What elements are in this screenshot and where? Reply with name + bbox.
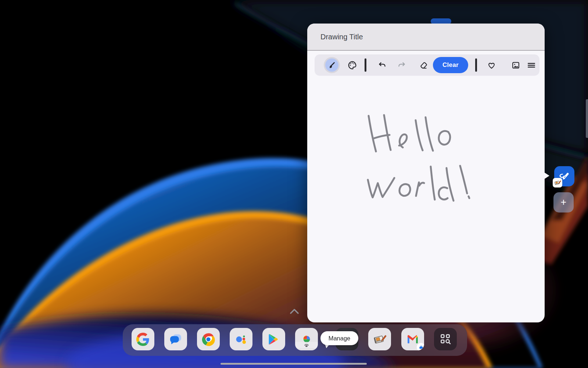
chrome-icon [201, 332, 215, 346]
briefcase-icon [419, 345, 424, 350]
manage-button[interactable]: Manage [320, 331, 358, 345]
brush-tool-button[interactable] [325, 58, 338, 72]
dock-app-play-store[interactable] [262, 328, 285, 350]
dock-app-journal[interactable] [368, 328, 391, 350]
journal-mini-icon [554, 179, 561, 186]
image-icon [511, 61, 520, 70]
overflow-menu-button[interactable] [527, 61, 536, 70]
gesture-navigation-bar[interactable] [220, 363, 367, 365]
edge-scrollbar[interactable] [586, 99, 588, 138]
work-profile-badge [417, 343, 424, 350]
dock-app-photos[interactable] [295, 328, 318, 350]
redo-button[interactable] [397, 61, 406, 69]
dock-app-google[interactable] [132, 328, 154, 350]
redo-icon [397, 61, 406, 69]
bubble-pointer-arrow [544, 172, 549, 179]
heart-icon [487, 61, 496, 70]
brush-icon [327, 61, 336, 69]
hamburger-menu-icon [527, 61, 536, 70]
window-titlebar[interactable]: Drawing Title [307, 24, 545, 51]
assistant-icon [234, 332, 248, 346]
play-store-icon [267, 333, 280, 346]
google-icon [136, 333, 150, 346]
undo-button[interactable] [378, 61, 387, 69]
eraser-icon [419, 61, 428, 70]
messages-icon [169, 332, 183, 346]
journal-app-badge [553, 178, 562, 187]
android-desktop: Drawing Title [0, 0, 588, 368]
app-drawer-search-icon [439, 332, 452, 346]
undo-icon [378, 61, 387, 69]
manage-label: Manage [329, 335, 351, 342]
toolbar-divider [475, 58, 477, 72]
clear-button[interactable]: Clear [433, 57, 468, 73]
drawing-canvas[interactable] [307, 51, 545, 322]
palette-icon [347, 60, 357, 70]
dock-app-messages[interactable] [164, 328, 187, 350]
handwriting-strokes [368, 115, 469, 201]
dock-expand-caret-icon[interactable] [290, 308, 299, 315]
journal-icon [373, 332, 387, 346]
drawing-app-window: Drawing Title [307, 24, 545, 322]
dock-app-chrome[interactable] [197, 328, 220, 350]
eraser-tool-button[interactable] [419, 61, 428, 70]
insert-image-button[interactable] [511, 61, 520, 70]
dock-app-gmail[interactable] [401, 328, 424, 350]
taskbar-dock [123, 324, 467, 356]
window-title: Drawing Title [320, 33, 363, 41]
palette-tool-button[interactable] [347, 60, 357, 70]
paw-icon [304, 343, 309, 348]
favorite-button[interactable] [487, 61, 496, 70]
dock-app-assistant[interactable] [230, 328, 252, 350]
drawing-toolbar: Clear [315, 54, 539, 76]
drawing-app-bubble[interactable] [554, 166, 574, 186]
supervised-badge-band [295, 342, 318, 348]
toolbar-divider [365, 58, 366, 72]
add-bubble-button[interactable]: + [553, 192, 574, 212]
plus-icon: + [561, 197, 567, 208]
dock-app-drawer[interactable] [434, 328, 457, 350]
